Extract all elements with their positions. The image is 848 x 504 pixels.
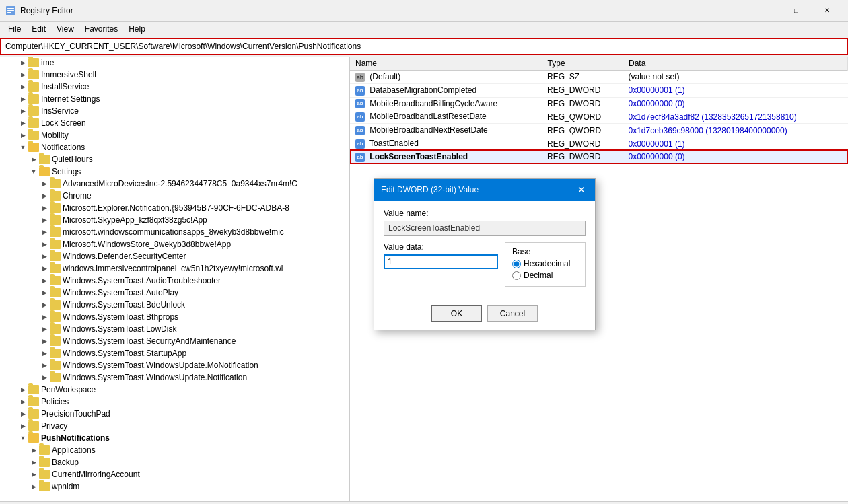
expand-icon[interactable]: ▶ — [39, 275, 50, 286]
ok-button[interactable]: OK — [431, 305, 482, 322]
tree-item-autoplay[interactable]: ▶ Windows.SystemToast.AutoPlay — [0, 287, 349, 299]
tree-item-audio[interactable]: ▶ Windows.SystemToast.AudioTroubleshoote… — [0, 275, 349, 287]
table-row[interactable]: ab MobileBroadbandLastResetDate REG_QWOR… — [350, 110, 848, 124]
expand-icon[interactable]: ▶ — [28, 469, 39, 480]
menu-file[interactable]: File — [3, 23, 26, 35]
expand-icon[interactable]: ▶ — [39, 227, 50, 238]
tree-item-immersive[interactable]: ▶ windows.immersivecontrolpanel_cw5n1h2t… — [0, 262, 349, 275]
expand-icon[interactable]: ▶ — [28, 445, 39, 456]
close-button[interactable]: ✕ — [812, 0, 843, 22]
tree-item-skypeapp[interactable]: ▶ Microsoft.SkypeApp_kzf8qxf38zg5c!App — [0, 214, 349, 226]
expand-icon[interactable]: ▶ — [17, 130, 28, 141]
tree-item-immersiveshell[interactable]: ▶ ImmersiveShell — [0, 69, 349, 81]
tree-item-wumo[interactable]: ▶ Windows.SystemToast.WindowsUpdate.MoNo… — [0, 359, 349, 371]
value-data-input[interactable] — [384, 254, 498, 269]
expand-icon[interactable]: ▶ — [39, 178, 50, 189]
dialog-close-button[interactable]: ✕ — [575, 183, 588, 196]
tree-item-wpnidm[interactable]: ▶ wpnidm — [0, 480, 349, 493]
col-type[interactable]: Type — [542, 57, 623, 71]
expand-icon[interactable]: ▶ — [39, 360, 50, 371]
tree-item-amd[interactable]: ▶ AdvancedMicroDevicesInc-2.59462344778C… — [0, 178, 349, 190]
expand-icon[interactable]: ▶ — [17, 57, 28, 68]
expand-icon[interactable]: ▶ — [39, 312, 50, 322]
tree-item-precisiontouchpad[interactable]: ▶ PrecisionTouchPad — [0, 408, 349, 420]
tree-item-settings[interactable]: ▼ Settings — [0, 166, 349, 178]
address-bar[interactable]: Computer\HKEY_CURRENT_USER\Software\Micr… — [0, 38, 848, 55]
menu-favorites[interactable]: Favorites — [79, 23, 123, 35]
expand-icon[interactable]: ▶ — [39, 190, 50, 201]
expand-icon[interactable]: ▶ — [17, 384, 28, 395]
decimal-radio[interactable] — [512, 271, 521, 280]
table-row[interactable]: ab DatabaseMigrationCompleted REG_DWORD … — [350, 83, 848, 97]
tree-item-lock-screen[interactable]: ▶ Lock Screen — [0, 117, 349, 129]
col-data[interactable]: Data — [623, 57, 848, 71]
expand-icon[interactable]: ▶ — [17, 408, 28, 419]
menu-edit[interactable]: Edit — [26, 23, 51, 35]
hexadecimal-radio-item[interactable]: Hexadecimal — [512, 259, 578, 268]
tree-item-ime[interactable]: ▶ ime — [0, 57, 349, 69]
tree-item-applications[interactable]: ▶ Applications — [0, 444, 349, 456]
edit-dword-dialog[interactable]: Edit DWORD (32-bit) Value ✕ Value name: … — [374, 178, 596, 330]
expand-icon[interactable]: ▶ — [39, 372, 50, 383]
tree-item-privacy[interactable]: ▶ Privacy — [0, 420, 349, 432]
expand-icon[interactable]: ▶ — [39, 203, 50, 213]
tree-item-msexplorer[interactable]: ▶ Microsoft.Explorer.Notification.{95394… — [0, 202, 349, 214]
expand-icon[interactable]: ▶ — [17, 421, 28, 431]
tree-item-chrome[interactable]: ▶ Chrome — [0, 190, 349, 202]
expand-icon[interactable]: ▶ — [28, 154, 39, 165]
expand-icon[interactable]: ▶ — [17, 69, 28, 80]
tree-item-quiethours[interactable]: ▶ QuietHours — [0, 153, 349, 166]
hexadecimal-radio[interactable] — [512, 260, 521, 268]
maximize-button[interactable]: □ — [781, 0, 812, 22]
expand-icon[interactable]: ▶ — [39, 324, 50, 334]
tree-item-wun[interactable]: ▶ Windows.SystemToast.WindowsUpdate.Noti… — [0, 371, 349, 384]
tree-item-currentmirroring[interactable]: ▶ CurrentMirroringAccount — [0, 468, 349, 480]
expand-icon[interactable]: ▶ — [17, 81, 28, 92]
minimize-button[interactable]: — — [750, 0, 781, 22]
table-row-lockscreen[interactable]: ab LockScreenToastEnabled REG_DWORD 0x00… — [350, 150, 848, 164]
tree-item-wincomm[interactable]: ▶ microsoft.windowscommunicationsapps_8w… — [0, 226, 349, 238]
expand-icon[interactable]: ▶ — [17, 396, 28, 407]
expand-icon[interactable]: ▶ — [17, 94, 28, 104]
menu-help[interactable]: Help — [123, 23, 151, 35]
tree-item-security[interactable]: ▶ Windows.SystemToast.SecurityAndMainten… — [0, 335, 349, 347]
expand-icon[interactable]: ▶ — [39, 336, 50, 347]
tree-item-bdeunlock[interactable]: ▶ Windows.SystemToast.BdeUnlock — [0, 299, 349, 311]
tree-panel[interactable]: ▶ ime ▶ ImmersiveShell ▶ InstallService … — [0, 57, 350, 501]
expand-icon[interactable]: ▶ — [39, 251, 50, 262]
tree-item-installservice[interactable]: ▶ InstallService — [0, 81, 349, 93]
expand-icon[interactable]: ▶ — [39, 263, 50, 274]
tree-item-defender[interactable]: ▶ Windows.Defender.SecurityCenter — [0, 250, 349, 262]
table-row[interactable]: ab (Default) REG_SZ (value not set) — [350, 71, 848, 84]
col-name[interactable]: Name — [350, 57, 542, 71]
tree-item-policies[interactable]: ▶ Policies — [0, 396, 349, 408]
tree-item-penworkspace[interactable]: ▶ PenWorkspace — [0, 384, 349, 396]
tree-item-pushnotifications[interactable]: ▼ PushNotifications — [0, 432, 349, 444]
decimal-radio-item[interactable]: Decimal — [512, 271, 578, 280]
tree-item-internet-settings[interactable]: ▶ Internet Settings — [0, 93, 349, 105]
expand-icon[interactable]: ▼ — [17, 433, 28, 443]
tree-item-mobility[interactable]: ▶ Mobility — [0, 129, 349, 141]
expand-icon[interactable]: ▶ — [17, 106, 28, 116]
expand-icon[interactable]: ▶ — [39, 215, 50, 225]
tree-item-irisservice[interactable]: ▶ IrisService — [0, 105, 349, 117]
tree-item-winstore[interactable]: ▶ Microsoft.WindowsStore_8wekyb3d8bbwe!A… — [0, 238, 349, 250]
expand-icon[interactable]: ▶ — [39, 287, 50, 298]
expand-icon[interactable]: ▶ — [17, 118, 28, 129]
tree-item-lowdisk[interactable]: ▶ Windows.SystemToast.LowDisk — [0, 323, 349, 335]
tree-item-bthprops[interactable]: ▶ Windows.SystemToast.Bthprops — [0, 311, 349, 323]
expand-icon[interactable]: ▶ — [28, 457, 39, 468]
expand-icon[interactable]: ▶ — [28, 481, 39, 492]
table-row[interactable]: ab MobileBroadbandBillingCycleAware REG_… — [350, 97, 848, 110]
expand-icon[interactable]: ▶ — [39, 348, 50, 359]
table-row[interactable]: ab MobileBroadbandNextResetDate REG_QWOR… — [350, 124, 848, 137]
cancel-button[interactable]: Cancel — [487, 305, 538, 322]
menu-view[interactable]: View — [51, 23, 79, 35]
expand-icon[interactable]: ▼ — [28, 166, 39, 177]
table-row[interactable]: ab ToastEnabled REG_DWORD 0x00000001 (1) — [350, 137, 848, 151]
expand-icon[interactable]: ▼ — [17, 142, 28, 153]
expand-icon[interactable]: ▶ — [39, 299, 50, 310]
expand-icon[interactable]: ▶ — [39, 239, 50, 250]
tree-item-startupapp[interactable]: ▶ Windows.SystemToast.StartupApp — [0, 347, 349, 359]
tree-item-notifications[interactable]: ▼ Notifications — [0, 141, 349, 153]
